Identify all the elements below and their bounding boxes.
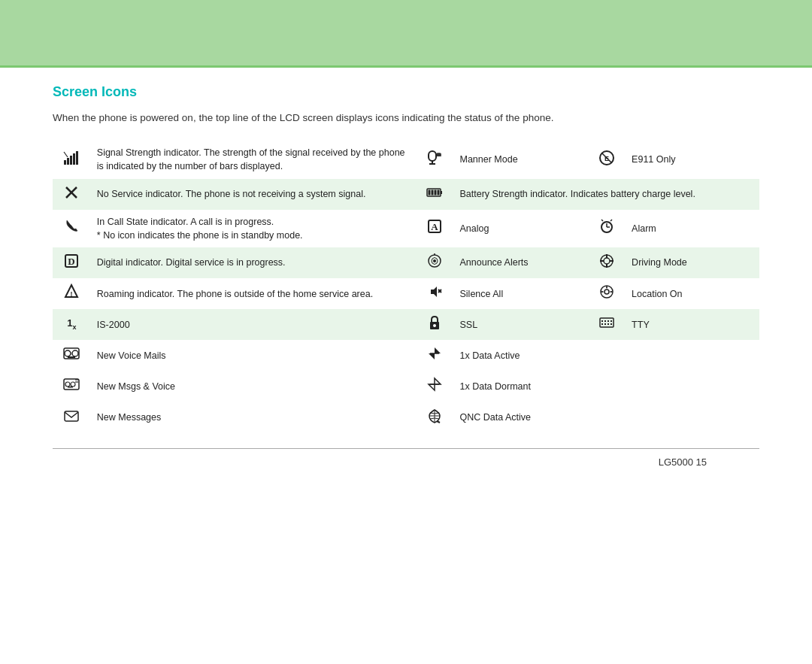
svg-point-59 [65, 350, 71, 356]
label-e911: E911 Only [626, 141, 759, 178]
svg-rect-40 [610, 260, 614, 262]
svg-point-66 [65, 382, 70, 387]
label-battery: Battery Strength indicator. Indicates ba… [453, 179, 759, 210]
icon-1xactive [416, 340, 454, 371]
label-location: Location On [626, 278, 759, 309]
icon-location [587, 278, 626, 309]
svg-rect-39 [600, 260, 604, 262]
svg-marker-62 [435, 347, 441, 353]
icon-digital: D [53, 247, 91, 278]
svg-rect-7 [432, 161, 433, 163]
svg-rect-49 [600, 318, 614, 327]
svg-point-67 [71, 382, 75, 387]
svg-rect-4 [76, 151, 78, 165]
svg-line-29 [611, 220, 612, 221]
svg-rect-18 [441, 191, 442, 194]
svg-rect-6 [429, 151, 436, 161]
label-ssl: SSL [453, 309, 587, 340]
svg-rect-20 [432, 189, 434, 195]
svg-rect-19 [429, 189, 431, 195]
svg-rect-21 [435, 189, 437, 195]
svg-rect-50 [601, 320, 603, 322]
intro-text: When the phone is powered on, the top li… [53, 111, 759, 126]
desc-roam: Roaming indicator. The phone is outside … [91, 278, 416, 309]
desc-digital: Digital indicator. Digital service is in… [91, 247, 416, 278]
icon-newmsg [53, 402, 91, 433]
desc-msgvoice: New Msgs & Voice [91, 371, 416, 402]
section-title: Screen Icons [53, 84, 759, 100]
icon-noservice [53, 179, 91, 210]
label-silence: Silence All [453, 278, 587, 309]
svg-marker-72 [429, 384, 435, 390]
svg-point-46 [604, 290, 609, 294]
svg-rect-51 [604, 320, 606, 322]
icon-announce [416, 247, 454, 278]
label-1xdormant: 1x Data Dormant [453, 371, 759, 402]
svg-line-28 [601, 220, 603, 221]
svg-rect-0 [64, 160, 66, 165]
desc-call: In Call State indicator. A call is in pr… [91, 210, 416, 247]
icon-alarm [587, 210, 626, 247]
desc-voicemail: New Voice Mails [91, 340, 416, 371]
icon-signal [53, 141, 91, 178]
svg-rect-61 [68, 356, 75, 358]
label-analog: Analog [453, 210, 587, 247]
table-row: Signal Strength indicator. The strength … [53, 141, 759, 178]
desc-newmsg: New Messages [91, 402, 416, 433]
table-row: In Call State indicator. A call is in pr… [53, 210, 759, 247]
icon-tty [587, 309, 626, 340]
svg-text:D: D [68, 256, 75, 267]
svg-marker-63 [429, 353, 435, 359]
label-driving: Driving Mode [626, 247, 759, 278]
icon-driving [587, 247, 626, 278]
icon-manner [416, 141, 454, 178]
table-row: New Voice Mails 1x Data Active [53, 340, 759, 371]
icon-roam: ! [53, 278, 91, 309]
svg-text:!: ! [71, 290, 73, 298]
label-announce: Announce Alerts [453, 247, 587, 278]
label-1xactive: 1x Data Active [453, 340, 759, 371]
svg-rect-22 [438, 189, 440, 195]
svg-rect-56 [607, 323, 609, 325]
svg-point-60 [72, 350, 78, 356]
header-bar [0, 0, 812, 68]
svg-rect-2 [70, 156, 72, 165]
table-row: New Msgs & Voice 1x Data Dormant [53, 371, 759, 402]
icon-ssl [416, 309, 454, 340]
svg-rect-68 [68, 387, 73, 388]
icon-voicemail [53, 340, 91, 371]
svg-point-48 [433, 324, 436, 327]
label-tty: TTY [626, 309, 759, 340]
svg-rect-57 [611, 323, 612, 325]
desc-signal: Signal Strength indicator. The strength … [91, 141, 416, 178]
footer-text: LG5000 15 [53, 456, 759, 468]
content-area: Screen Icons When the phone is powered o… [0, 68, 812, 483]
svg-marker-71 [435, 378, 441, 384]
svg-rect-52 [607, 320, 609, 322]
label-alarm: Alarm [626, 210, 759, 247]
svg-line-5 [64, 152, 68, 157]
desc-noservice: No Service indicator. The phone is not r… [91, 179, 416, 210]
table-row: New Messages QNC Data Active [53, 402, 759, 433]
svg-rect-1 [67, 158, 69, 165]
icon-e911: E [587, 141, 626, 178]
footer-divider [53, 448, 759, 449]
icon-qnc [416, 402, 454, 433]
svg-rect-54 [601, 323, 603, 325]
svg-text:A: A [431, 221, 438, 232]
label-manner: Manner Mode [453, 141, 587, 178]
icon-silence [416, 278, 454, 309]
icon-is2000: 1x [53, 309, 91, 340]
icon-call [53, 210, 91, 247]
table-row: 1x IS-2000 SSL [53, 309, 759, 340]
icons-table: Signal Strength indicator. The strength … [53, 141, 759, 432]
svg-rect-55 [604, 323, 606, 325]
svg-rect-74 [65, 411, 78, 421]
svg-rect-53 [611, 320, 612, 322]
icon-battery [416, 179, 454, 210]
svg-rect-38 [606, 264, 607, 268]
svg-point-33 [433, 259, 436, 262]
svg-rect-3 [73, 153, 75, 165]
svg-point-36 [604, 258, 610, 264]
icon-msgvoice [53, 371, 91, 402]
